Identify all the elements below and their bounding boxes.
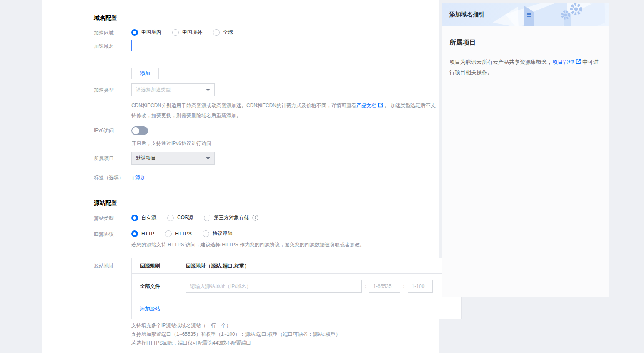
radio-icon	[165, 230, 172, 237]
note-line: 支持增加配置端口（1~65535）和权重（1~100）：源站:端口:权重（端口可…	[131, 330, 341, 339]
chevron-down-icon	[206, 89, 210, 91]
origin-address-label: 源站地址	[94, 263, 131, 270]
accel-domain-input[interactable]	[131, 40, 306, 51]
origin-address-label-row: 源站地址	[94, 263, 131, 270]
radio-selected-icon	[131, 29, 138, 36]
accel-type-help: CDN和ECDN分别适用于静态资源或动态资源加速。CDN和ECDN的计费方式及价…	[131, 101, 439, 120]
radio-icon	[172, 29, 179, 36]
colon-separator: :	[403, 283, 404, 289]
radio-icon	[167, 215, 174, 221]
radio-follow-protocol[interactable]: 协议跟随	[203, 230, 233, 237]
tags-row: 标签（选填） + 添加	[94, 174, 145, 181]
origin-type-label: 源站类型	[94, 214, 131, 222]
origin-address-notes: 支持填充多个IP源站或域名源站（一行一个） 支持增加配置端口（1~65535）和…	[131, 321, 341, 348]
radio-http[interactable]: HTTP	[131, 230, 154, 237]
origin-table-footer: 添加源站	[132, 299, 461, 319]
sidebar-title: 添加域名指引	[449, 11, 484, 18]
origin-type-radio-group: 自有源 COS源 第三方对象存储	[131, 214, 258, 221]
radio-icon	[204, 215, 210, 221]
toggle-knob	[132, 127, 139, 134]
origin-type-row: 源站类型 自有源 COS源 第三方对象存储	[94, 214, 258, 222]
info-icon[interactable]	[252, 215, 258, 221]
plus-icon: +	[131, 175, 135, 181]
col-header-rule: 回源规则	[140, 263, 186, 270]
external-link-icon	[576, 58, 581, 68]
ipv6-help: 开启后，支持通过IPv6协议进行访问	[131, 139, 211, 148]
rule-cell: 全部文件	[140, 283, 186, 290]
radio-selected-icon	[131, 230, 138, 237]
sidebar-section-title: 所属项目	[449, 38, 601, 47]
ipv6-toggle[interactable]	[131, 126, 148, 135]
colon-separator: :	[365, 283, 366, 289]
accel-region-label: 加速区域	[94, 29, 131, 37]
product-doc-link[interactable]: 产品文档	[356, 103, 376, 108]
origin-port-input[interactable]	[369, 280, 400, 293]
accel-type-row: 加速类型 请选择加速类型 CDN和ECDN分别适用于静态资源或动态资源加速。CD…	[94, 83, 439, 120]
sidebar-banner: 添加域名指引	[442, 3, 609, 26]
accel-type-select[interactable]: 请选择加速类型	[131, 83, 215, 96]
sidebar-body: 项目为腾讯云所有云产品共享资源集概念，项目管理中可进行项目相关操作。	[449, 57, 601, 78]
radio-outside-china[interactable]: 中国境外	[172, 29, 202, 36]
chevron-down-icon	[206, 157, 210, 160]
tags-label: 标签（选填）	[94, 174, 131, 181]
section-divider	[94, 190, 473, 190]
origin-protocol-row: 回源协议 HTTP HTTPS 协议跟随 若您的源站支持 HTTPS 访问，建议…	[94, 230, 365, 249]
accel-domain-label: 加速域名	[94, 40, 131, 50]
domain-config-panel: 域名配置 加速区域 中国境内 中国境外 全球 加速域名 添加 加速类	[42, 0, 439, 353]
project-label: 所属项目	[94, 152, 131, 162]
radio-icon	[203, 230, 209, 237]
radio-third-party-storage[interactable]: 第三方对象存储	[204, 214, 249, 221]
add-button-row: 添加	[94, 68, 159, 79]
note-line: 若选择HTTPS回源，端口仅可配置为443或不配置端口	[131, 339, 341, 348]
add-origin-link[interactable]: 添加源站	[140, 305, 160, 313]
radio-global[interactable]: 全球	[213, 29, 233, 36]
radio-own-origin[interactable]: 自有源	[131, 214, 156, 221]
accel-region-row: 加速区域 中国境内 中国境外 全球	[94, 29, 244, 37]
radio-icon	[213, 29, 220, 36]
origin-weight-input[interactable]	[408, 280, 433, 293]
origin-address-table: 回源规则 回源地址（源站:端口:权重） 操作 全部文件 : : 添加源站	[131, 258, 462, 319]
accel-region-radio-group: 中国境内 中国境外 全球	[131, 29, 244, 36]
add-tag-link[interactable]: + 添加	[131, 174, 145, 181]
col-header-address: 回源地址（源站:端口:权重）	[186, 263, 432, 270]
section-title-domain-config: 域名配置	[94, 15, 117, 22]
origin-address-input[interactable]	[186, 280, 362, 293]
project-select[interactable]: 默认项目	[131, 152, 215, 165]
radio-https[interactable]: HTTPS	[165, 230, 191, 237]
add-button[interactable]: 添加	[131, 68, 159, 79]
section-title-origin-config: 源站配置	[94, 200, 117, 207]
ipv6-label: IPv6访问	[94, 126, 131, 134]
origin-protocol-radio-group: HTTP HTTPS 协议跟随	[131, 230, 365, 237]
radio-china-mainland[interactable]: 中国境内	[131, 29, 161, 36]
project-row: 所属项目 默认项目	[94, 152, 215, 165]
external-link-icon	[378, 101, 383, 111]
origin-table-header: 回源规则 回源地址（源站:端口:权重） 操作	[132, 258, 461, 274]
origin-protocol-help: 若您的源站支持 HTTPS 访问，建议选择 HTTPS 作为您的回源协议，避免您…	[131, 240, 365, 249]
guide-sidebar: 添加域名指引 所属项目 项目为腾讯云所有云产品共享资源集概念，项目管理中可进行项…	[442, 3, 609, 297]
project-management-link[interactable]: 项目管理	[552, 59, 574, 65]
banner-illustration	[471, 3, 609, 26]
origin-table-row: 全部文件 : :	[132, 274, 461, 299]
address-cell: : :	[186, 280, 433, 293]
ipv6-row: IPv6访问 开启后，支持通过IPv6协议进行访问	[94, 126, 211, 148]
radio-selected-icon	[131, 215, 138, 221]
note-line: 支持填充多个IP源站或域名源站（一行一个）	[131, 321, 341, 330]
accel-domain-row: 加速域名	[94, 40, 306, 51]
accel-type-label: 加速类型	[94, 83, 131, 94]
radio-cos-origin[interactable]: COS源	[167, 214, 193, 221]
origin-protocol-label: 回源协议	[94, 230, 131, 238]
